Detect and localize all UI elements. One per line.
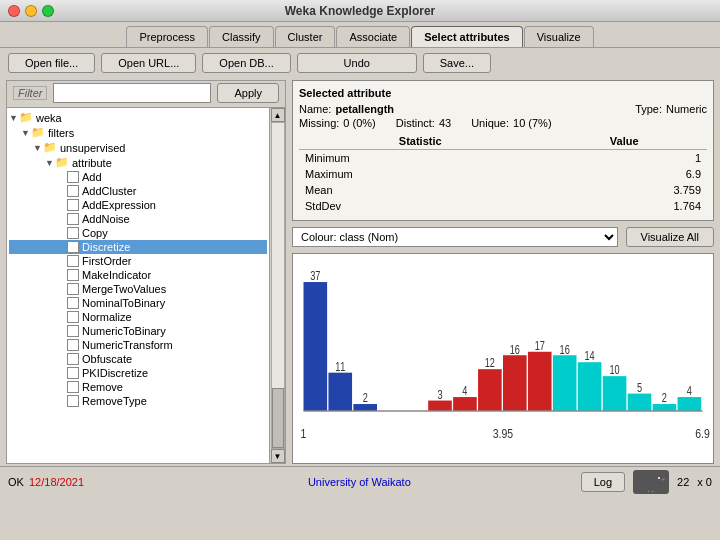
tree-item[interactable]: Copy xyxy=(9,226,267,240)
tree-item[interactable]: PKIDiscretize xyxy=(9,366,267,380)
status-ok: OK xyxy=(8,476,24,488)
tree-item[interactable]: MergeTwoValues xyxy=(9,282,267,296)
window-controls xyxy=(8,5,54,17)
scroll-down[interactable]: ▼ xyxy=(271,449,285,463)
log-button[interactable]: Log xyxy=(581,472,625,492)
open-url-button[interactable]: Open URL... xyxy=(101,53,196,73)
selected-attribute-title: Selected attribute xyxy=(299,87,707,99)
tree-item[interactable]: Remove xyxy=(9,380,267,394)
save-button[interactable]: Save... xyxy=(423,53,491,73)
tree-item-label: unsupervised xyxy=(60,142,125,154)
left-panel: Filter Apply ▼📁weka▼📁filters▼📁unsupervis… xyxy=(6,80,286,464)
status-x0: x 0 xyxy=(697,476,712,488)
filter-input[interactable] xyxy=(53,83,211,103)
tab-select-attributes[interactable]: Select attributes xyxy=(411,26,523,47)
open-db-button[interactable]: Open DB... xyxy=(202,53,290,73)
svg-text:4: 4 xyxy=(687,384,692,397)
weka-bird-icon xyxy=(633,470,669,494)
tree-item[interactable]: AddNoise xyxy=(9,212,267,226)
tree-area[interactable]: ▼📁weka▼📁filters▼📁unsupervised▼📁attribute… xyxy=(7,108,269,463)
file-icon xyxy=(67,367,79,379)
tab-preprocess[interactable]: Preprocess xyxy=(126,26,208,47)
attr-type-label: Type: xyxy=(635,103,662,115)
stat-name: StdDev xyxy=(299,198,541,214)
svg-text:14: 14 xyxy=(585,349,595,362)
svg-text:1: 1 xyxy=(301,426,307,442)
file-icon xyxy=(67,269,79,281)
close-button[interactable] xyxy=(8,5,20,17)
status-date: 12/18/2021 xyxy=(29,476,84,488)
svg-marker-36 xyxy=(662,478,666,481)
tree-item[interactable]: Discretize xyxy=(9,240,267,254)
scroll-track xyxy=(271,122,285,449)
tree-item[interactable]: FirstOrder xyxy=(9,254,267,268)
tree-item[interactable]: MakeIndicator xyxy=(9,268,267,282)
file-icon xyxy=(67,283,79,295)
file-icon xyxy=(67,255,79,267)
window-title: Weka Knowledge Explorer xyxy=(285,4,436,18)
histogram-svg: 371123412161716141052413.956.9 xyxy=(293,258,713,445)
tree-item-label: RemoveType xyxy=(82,395,147,407)
tree-item[interactable]: ▼📁unsupervised xyxy=(9,140,267,155)
tab-associate[interactable]: Associate xyxy=(336,26,410,47)
tree-item[interactable]: NominalToBinary xyxy=(9,296,267,310)
svg-text:37: 37 xyxy=(310,269,320,282)
svg-text:17: 17 xyxy=(535,339,545,352)
stat-value: 1.764 xyxy=(541,198,707,214)
svg-text:2: 2 xyxy=(662,391,667,404)
tree-item[interactable]: Add xyxy=(9,170,267,184)
maximize-button[interactable] xyxy=(42,5,54,17)
tree-item[interactable]: AddCluster xyxy=(9,184,267,198)
tree-item-label: AddCluster xyxy=(82,185,136,197)
file-icon xyxy=(67,325,79,337)
title-bar: Weka Knowledge Explorer xyxy=(0,0,720,22)
svg-rect-18 xyxy=(553,355,577,411)
file-icon xyxy=(67,199,79,211)
tree-item[interactable]: Obfuscate xyxy=(9,352,267,366)
tab-cluster[interactable]: Cluster xyxy=(275,26,336,47)
svg-rect-12 xyxy=(478,369,502,411)
open-file-button[interactable]: Open file... xyxy=(8,53,95,73)
scrollbar[interactable]: ▲ ▼ xyxy=(269,108,285,463)
svg-rect-22 xyxy=(603,376,627,411)
tree-item[interactable]: ▼📁weka xyxy=(9,110,267,125)
svg-point-37 xyxy=(658,477,660,479)
svg-text:2: 2 xyxy=(363,391,368,404)
tree-item[interactable]: ▼📁attribute xyxy=(9,155,267,170)
minimize-button[interactable] xyxy=(25,5,37,17)
tree-item[interactable]: NumericToBinary xyxy=(9,324,267,338)
tree-item[interactable]: AddExpression xyxy=(9,198,267,212)
visualize-all-button[interactable]: Visualize All xyxy=(626,227,715,247)
scroll-up[interactable]: ▲ xyxy=(271,108,285,122)
tab-visualize[interactable]: Visualize xyxy=(524,26,594,47)
svg-text:11: 11 xyxy=(335,360,345,373)
tree-item-label: Remove xyxy=(82,381,123,393)
stat-value: 6.9 xyxy=(541,166,707,182)
file-icon xyxy=(67,241,79,253)
svg-text:4: 4 xyxy=(462,384,467,397)
stats-col2: Value xyxy=(541,133,707,150)
tree-item[interactable]: Normalize xyxy=(9,310,267,324)
folder-icon: 📁 xyxy=(19,111,33,124)
svg-text:10: 10 xyxy=(609,363,619,376)
attr-name-value: petallength xyxy=(335,103,394,115)
toolbar: Open file... Open URL... Open DB... Undo… xyxy=(0,47,720,78)
tree-item-label: NumericToBinary xyxy=(82,325,166,337)
tree-item-label: NumericTransform xyxy=(82,339,173,351)
undo-button[interactable]: Undo xyxy=(297,53,417,73)
colour-select[interactable]: Colour: class (Nom) xyxy=(292,227,618,247)
tree-item-label: filters xyxy=(48,127,74,139)
attr-name-label: Name: xyxy=(299,103,331,115)
apply-button[interactable]: Apply xyxy=(217,83,279,103)
attr-missing-value: 0 (0%) xyxy=(343,117,375,129)
tree-item[interactable]: RemoveType xyxy=(9,394,267,408)
svg-rect-4 xyxy=(353,404,377,411)
tree-item[interactable]: ▼📁filters xyxy=(9,125,267,140)
folder-icon: 📁 xyxy=(31,126,45,139)
svg-rect-16 xyxy=(528,352,552,411)
svg-text:3: 3 xyxy=(437,388,442,401)
tree-item[interactable]: NumericTransform xyxy=(9,338,267,352)
tree-item-label: Normalize xyxy=(82,311,132,323)
tree-item-label: AddExpression xyxy=(82,199,156,211)
tab-classify[interactable]: Classify xyxy=(209,26,274,47)
